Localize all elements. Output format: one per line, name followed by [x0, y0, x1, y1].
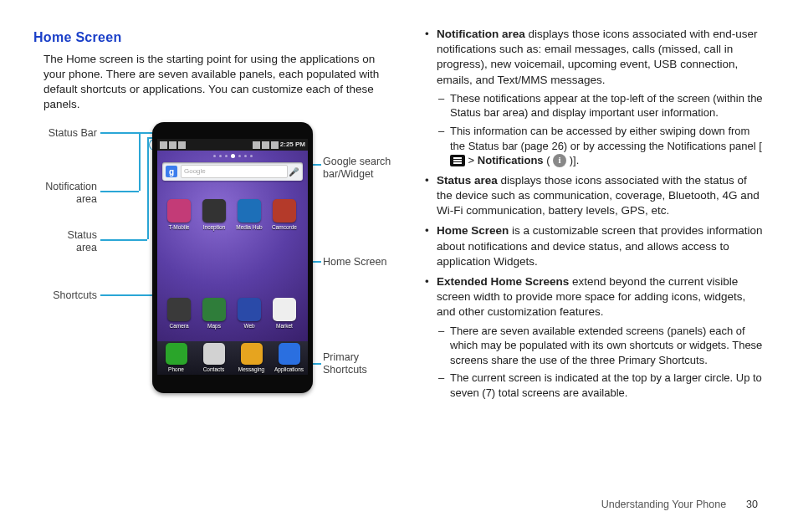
menu-icon	[450, 155, 465, 166]
label-shortcuts: Shortcuts	[42, 289, 97, 301]
app-icon	[202, 298, 226, 321]
phone-icon	[166, 343, 187, 365]
sub-bullet: These notifications appear at the top-le…	[437, 91, 765, 120]
dock-shortcut-applications[interactable]: Applications	[275, 343, 304, 375]
app-shortcut[interactable]: Maps	[201, 298, 228, 333]
sub-bullet: There are seven available extended scree…	[437, 324, 765, 368]
sub-bullet: The current screen is indicated at the t…	[437, 371, 765, 400]
app-shortcut[interactable]: Inception	[201, 199, 228, 234]
notification-icons	[160, 141, 186, 149]
bullet-home-screen: Home Screen is a customizable screen tha…	[425, 223, 765, 269]
dock-shortcut-messaging[interactable]: Messaging	[238, 343, 266, 375]
app-shortcut[interactable]: T-Mobile	[166, 199, 192, 234]
app-label: Camera	[169, 323, 188, 330]
app-icon	[238, 199, 261, 223]
notif-icon	[178, 141, 186, 149]
notif-icon	[160, 141, 167, 149]
label-google-search: Google search bar/Widget	[323, 156, 391, 180]
google-search-widget[interactable]: g Google 🎤	[162, 162, 303, 181]
applications-icon	[279, 343, 300, 365]
app-shortcut[interactable]: Media Hub	[236, 199, 263, 234]
label-status-area: Status area	[42, 229, 97, 253]
info-icon	[553, 154, 566, 167]
status-icons: 2:25 PM	[253, 141, 305, 150]
dock-label: Messaging	[238, 366, 264, 374]
page-indicator	[157, 152, 308, 159]
mic-icon[interactable]: 🎤	[288, 166, 299, 178]
app-shortcut[interactable]: Camcorde	[271, 199, 298, 234]
description-column: Notification area displays those icons a…	[425, 27, 765, 407]
app-label: Maps	[207, 323, 221, 330]
app-shortcut[interactable]: Web	[236, 298, 263, 333]
app-shortcut[interactable]: Market	[271, 298, 298, 333]
app-label: Web	[243, 323, 254, 330]
intro-paragraph: The Home screen is the starting point fo…	[43, 52, 386, 113]
bullet-extended-home-screens: Extended Home Screens extend beyond the …	[425, 274, 765, 400]
app-icon	[273, 298, 296, 321]
label-primary-shortcuts: Primary Shortcuts	[323, 351, 367, 376]
bullet-status-area: Status area displays those icons associa…	[425, 173, 765, 219]
app-label: Inception	[203, 224, 225, 232]
primary-shortcuts-dock: Phone Contacts Messaging Applications	[157, 341, 308, 375]
label-home-screen: Home Screen	[323, 256, 386, 268]
contacts-icon	[203, 343, 225, 365]
status-bar: 2:25 PM	[157, 139, 308, 151]
footer-section: Understanding Your Phone	[601, 498, 726, 512]
app-icon	[167, 298, 191, 321]
battery-icon	[271, 141, 279, 149]
messaging-icon	[241, 343, 263, 365]
google-logo-icon: g	[166, 166, 177, 177]
dock-shortcut-contacts[interactable]: Contacts	[200, 343, 228, 375]
clock: 2:25 PM	[280, 141, 305, 150]
label-status-bar: Status Bar	[42, 127, 97, 139]
signal-icon	[253, 141, 260, 149]
app-label: Media Hub	[236, 224, 262, 232]
label-notification-area: Notification area	[42, 181, 97, 205]
dock-label: Contacts	[203, 366, 225, 374]
page-footer: Understanding Your Phone 30	[601, 498, 758, 512]
dock-shortcut-phone[interactable]: Phone	[162, 343, 191, 375]
notif-icon	[169, 141, 176, 149]
network-icon	[262, 141, 269, 149]
app-icon	[273, 199, 296, 223]
dock-label: Applications	[274, 366, 304, 374]
section-heading: Home Screen	[33, 28, 402, 47]
page-number: 30	[746, 498, 758, 512]
app-icon	[202, 199, 226, 223]
search-input[interactable]: Google	[181, 165, 288, 178]
app-label: Market	[276, 323, 293, 330]
app-icon	[238, 298, 261, 321]
bullet-notification-area: Notification area displays those icons a…	[425, 27, 765, 168]
sub-bullet: This information can be accessed by eith…	[437, 124, 765, 168]
phone-mockup: 2:25 PM g Google 🎤 T-Mobile Inception Me	[152, 122, 313, 393]
app-label: Camcorde	[272, 224, 297, 232]
app-label: T-Mobile	[169, 224, 190, 232]
app-icon	[167, 199, 191, 223]
app-shortcut[interactable]: Camera	[166, 298, 192, 333]
dock-label: Phone	[168, 366, 184, 374]
home-screen-figure: Status Bar Notification area Status area…	[42, 122, 393, 407]
